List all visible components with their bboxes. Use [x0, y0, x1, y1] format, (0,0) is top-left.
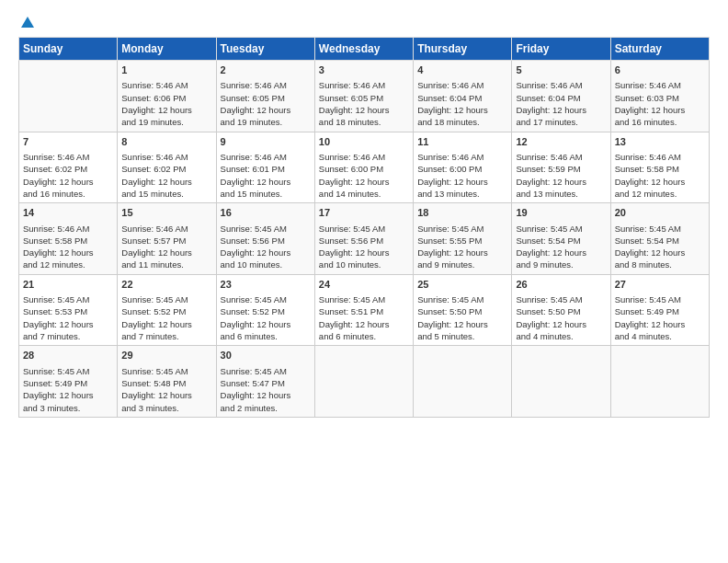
cell-line: Daylight: 12 hours: [23, 389, 113, 401]
cell-line: and 6 minutes.: [221, 330, 311, 342]
cell-line: and 9 minutes.: [417, 259, 507, 270]
header-cell-monday: Monday: [118, 38, 216, 61]
cell-line: and 4 minutes.: [516, 330, 606, 342]
cell-line: Sunset: 5:59 PM: [516, 163, 606, 175]
cell-line: and 17 minutes.: [516, 116, 606, 128]
cell-line: Sunset: 5:53 PM: [23, 305, 113, 317]
week-row-4: 21Sunrise: 5:45 AMSunset: 5:53 PMDayligh…: [19, 274, 710, 346]
cell-line: Daylight: 12 hours: [23, 247, 113, 259]
calendar-cell: 30Sunrise: 5:45 AMSunset: 5:47 PMDayligh…: [216, 346, 314, 418]
day-number: 19: [516, 206, 606, 220]
cell-line: Daylight: 12 hours: [615, 176, 705, 188]
day-number: 28: [23, 349, 113, 362]
calendar-cell: 15Sunrise: 5:46 AMSunset: 5:57 PMDayligh…: [118, 203, 216, 275]
cell-line: Sunset: 6:04 PM: [417, 92, 507, 104]
calendar-cell: 18Sunrise: 5:45 AMSunset: 5:55 PMDayligh…: [414, 203, 512, 275]
header-cell-wednesday: Wednesday: [314, 38, 413, 61]
calendar-cell: 25Sunrise: 5:45 AMSunset: 5:50 PMDayligh…: [414, 274, 512, 346]
cell-line: Sunset: 5:52 PM: [121, 305, 211, 317]
cell-line: and 3 minutes.: [23, 402, 113, 414]
cell-line: Daylight: 12 hours: [417, 247, 507, 259]
day-number: 20: [615, 206, 705, 220]
cell-line: Sunset: 5:57 PM: [121, 235, 211, 247]
cell-line: Daylight: 12 hours: [516, 104, 606, 116]
cell-line: Sunrise: 5:46 AM: [516, 79, 606, 91]
calendar-cell: 21Sunrise: 5:45 AMSunset: 5:53 PMDayligh…: [19, 274, 118, 346]
cell-line: Sunrise: 5:46 AM: [615, 79, 705, 91]
cell-line: Sunrise: 5:46 AM: [417, 151, 507, 163]
cell-line: Sunrise: 5:46 AM: [516, 151, 606, 163]
cell-line: Sunrise: 5:46 AM: [121, 223, 211, 235]
calendar-cell: 17Sunrise: 5:45 AMSunset: 5:56 PMDayligh…: [314, 203, 413, 275]
week-row-3: 14Sunrise: 5:46 AMSunset: 5:58 PMDayligh…: [19, 203, 710, 275]
logo: [18, 15, 37, 28]
calendar-cell: 12Sunrise: 5:46 AMSunset: 5:59 PMDayligh…: [512, 132, 610, 203]
cell-line: Sunrise: 5:46 AM: [319, 79, 409, 91]
cell-line: and 11 minutes.: [121, 259, 211, 270]
cell-line: Daylight: 12 hours: [121, 104, 211, 116]
cell-line: Sunrise: 5:46 AM: [121, 79, 211, 91]
cell-line: Sunrise: 5:45 AM: [23, 293, 113, 305]
day-number: 17: [319, 206, 409, 220]
day-number: 13: [615, 135, 705, 149]
cell-line: Daylight: 12 hours: [121, 318, 211, 330]
day-number: 7: [23, 135, 113, 149]
cell-line: Sunset: 6:06 PM: [121, 92, 211, 104]
day-number: 29: [121, 349, 211, 362]
cell-line: Sunset: 5:56 PM: [221, 235, 311, 247]
day-number: 15: [121, 206, 211, 220]
cell-line: Daylight: 12 hours: [121, 389, 211, 401]
cell-line: Sunset: 6:04 PM: [516, 92, 606, 104]
cell-line: Sunrise: 5:45 AM: [417, 293, 507, 305]
header-cell-thursday: Thursday: [414, 38, 512, 61]
cell-line: Sunrise: 5:45 AM: [23, 365, 113, 377]
cell-line: and 18 minutes.: [417, 116, 507, 128]
day-number: 27: [615, 278, 705, 292]
calendar-cell: [19, 61, 118, 132]
week-row-5: 28Sunrise: 5:45 AMSunset: 5:49 PMDayligh…: [19, 346, 710, 418]
cell-line: and 19 minutes.: [221, 116, 311, 128]
calendar-cell: 27Sunrise: 5:45 AMSunset: 5:49 PMDayligh…: [610, 274, 709, 346]
cell-line: Sunset: 5:54 PM: [615, 235, 705, 247]
cell-line: and 15 minutes.: [221, 188, 311, 200]
calendar-cell: 13Sunrise: 5:46 AMSunset: 5:58 PMDayligh…: [610, 132, 709, 203]
logo-icon: [19, 15, 36, 31]
cell-line: Sunset: 6:02 PM: [23, 163, 113, 175]
cell-line: Sunrise: 5:46 AM: [319, 151, 409, 163]
cell-line: Sunset: 5:55 PM: [417, 235, 507, 247]
day-number: 12: [516, 135, 606, 149]
calendar-cell: 19Sunrise: 5:45 AMSunset: 5:54 PMDayligh…: [512, 203, 610, 275]
cell-line: and 6 minutes.: [319, 330, 409, 342]
day-number: 10: [319, 135, 409, 149]
calendar-cell: 5Sunrise: 5:46 AMSunset: 6:04 PMDaylight…: [512, 61, 610, 132]
cell-line: Sunset: 5:56 PM: [319, 235, 409, 247]
header-cell-sunday: Sunday: [19, 38, 118, 61]
page: SundayMondayTuesdayWednesdayThursdayFrid…: [0, 0, 728, 563]
day-number: 24: [319, 278, 409, 292]
cell-line: Daylight: 12 hours: [516, 318, 606, 330]
cell-line: and 12 minutes.: [615, 188, 705, 200]
cell-line: Sunrise: 5:46 AM: [121, 151, 211, 163]
cell-line: Sunrise: 5:45 AM: [221, 293, 311, 305]
cell-line: Daylight: 12 hours: [615, 104, 705, 116]
calendar-cell: 28Sunrise: 5:45 AMSunset: 5:49 PMDayligh…: [19, 346, 118, 418]
calendar-cell: [512, 346, 610, 418]
day-number: 26: [516, 278, 606, 292]
cell-line: Sunset: 5:47 PM: [221, 377, 311, 389]
calendar-cell: [610, 346, 709, 418]
day-number: 3: [319, 63, 409, 77]
cell-line: and 18 minutes.: [319, 116, 409, 128]
calendar-cell: [414, 346, 512, 418]
cell-line: Sunrise: 5:45 AM: [221, 365, 311, 377]
cell-line: and 10 minutes.: [221, 259, 311, 270]
cell-line: Sunset: 5:50 PM: [516, 305, 606, 317]
cell-line: Sunrise: 5:45 AM: [121, 293, 211, 305]
cell-line: Sunset: 6:00 PM: [319, 163, 409, 175]
cell-line: Daylight: 12 hours: [23, 318, 113, 330]
day-number: 6: [615, 63, 705, 77]
cell-line: Sunrise: 5:45 AM: [319, 223, 409, 235]
cell-line: Daylight: 12 hours: [319, 104, 409, 116]
cell-line: and 16 minutes.: [23, 188, 113, 200]
day-number: 5: [516, 63, 606, 77]
day-number: 30: [221, 349, 311, 362]
